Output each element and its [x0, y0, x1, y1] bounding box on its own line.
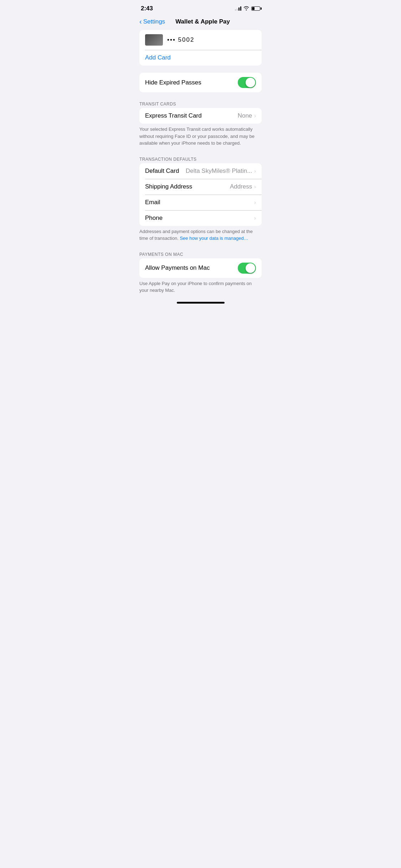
express-transit-label: Express Transit Card [145, 112, 238, 119]
card-preview-row[interactable]: ••• 5002 [139, 30, 262, 50]
phone-label: Phone [145, 215, 254, 222]
shipping-address-value: Address [230, 183, 252, 190]
default-card-label: Default Card [145, 167, 186, 175]
email-chevron-icon: › [254, 200, 256, 205]
data-management-link[interactable]: See how your data is managed… [180, 236, 248, 241]
transit-section: TRANSIT CARDS Express Transit Card None … [134, 99, 267, 151]
card-section: ••• 5002 Add Card [139, 30, 262, 66]
back-button[interactable]: ‹ Settings [139, 18, 165, 26]
page-title: Wallet & Apple Pay [165, 18, 240, 25]
hide-expired-row: Hide Expired Passes [139, 73, 262, 92]
hide-expired-section: Hide Expired Passes [134, 73, 267, 92]
transaction-section-footer: Addresses and payment options can be cha… [134, 226, 267, 246]
back-label: Settings [143, 18, 165, 25]
payments-mac-section: PAYMENTS ON MAC Allow Payments on Mac Us… [134, 250, 267, 298]
home-indicator [177, 302, 225, 304]
add-card-row[interactable]: Add Card [139, 50, 262, 66]
payments-mac-card: Allow Payments on Mac [139, 258, 262, 278]
add-card-label: Add Card [145, 54, 171, 61]
email-label: Email [145, 199, 254, 206]
allow-payments-mac-label: Allow Payments on Mac [145, 264, 238, 272]
hide-expired-label: Hide Expired Passes [145, 79, 238, 86]
payments-mac-header: PAYMENTS ON MAC [134, 250, 267, 258]
phone-chevron-icon: › [254, 215, 256, 221]
transaction-section-header: TRANSACTION DEFAULTS [134, 155, 267, 163]
transaction-section: TRANSACTION DEFAULTS Default Card Delta … [134, 155, 267, 246]
email-row[interactable]: Email › [139, 195, 262, 210]
status-icons [235, 5, 260, 12]
status-time: 2:43 [141, 5, 153, 12]
default-card-row[interactable]: Default Card Delta SkyMiles® Platin... › [139, 163, 262, 179]
allow-payments-mac-toggle-thumb [246, 263, 255, 273]
chevron-right-icon: › [254, 113, 256, 119]
transit-section-header: TRANSIT CARDS [134, 99, 267, 108]
shipping-address-chevron-icon: › [254, 184, 256, 190]
back-chevron-icon: ‹ [139, 17, 142, 26]
allow-payments-mac-toggle[interactable] [238, 263, 256, 274]
transaction-card: Default Card Delta SkyMiles® Platin... ›… [139, 163, 262, 226]
nav-bar: ‹ Settings Wallet & Apple Pay [134, 15, 267, 30]
battery-icon [251, 6, 260, 11]
hide-expired-toggle[interactable] [238, 77, 256, 88]
card-number: ••• 5002 [167, 36, 194, 43]
status-bar: 2:43 [134, 0, 267, 15]
shipping-address-label: Shipping Address [145, 183, 230, 190]
allow-payments-mac-row: Allow Payments on Mac [139, 258, 262, 278]
toggle-thumb [246, 78, 255, 87]
payments-mac-footer: Use Apple Pay on your iPhone to confirm … [134, 278, 267, 298]
transit-card: Express Transit Card None › [139, 108, 262, 124]
wifi-icon [243, 5, 249, 12]
express-transit-value: None [238, 112, 252, 119]
phone-row[interactable]: Phone › [139, 210, 262, 226]
shipping-address-row[interactable]: Shipping Address Address › [139, 179, 262, 195]
default-card-chevron-icon: › [254, 168, 256, 174]
default-card-value: Delta SkyMiles® Platin... [186, 167, 252, 175]
hide-expired-card: Hide Expired Passes [139, 73, 262, 92]
express-transit-row[interactable]: Express Transit Card None › [139, 108, 262, 124]
transit-section-footer: Your selected Express Transit card works… [134, 124, 267, 151]
card-preview-section: ••• 5002 Add Card [134, 30, 267, 66]
card-thumbnail [145, 34, 163, 46]
signal-icon [235, 6, 241, 11]
